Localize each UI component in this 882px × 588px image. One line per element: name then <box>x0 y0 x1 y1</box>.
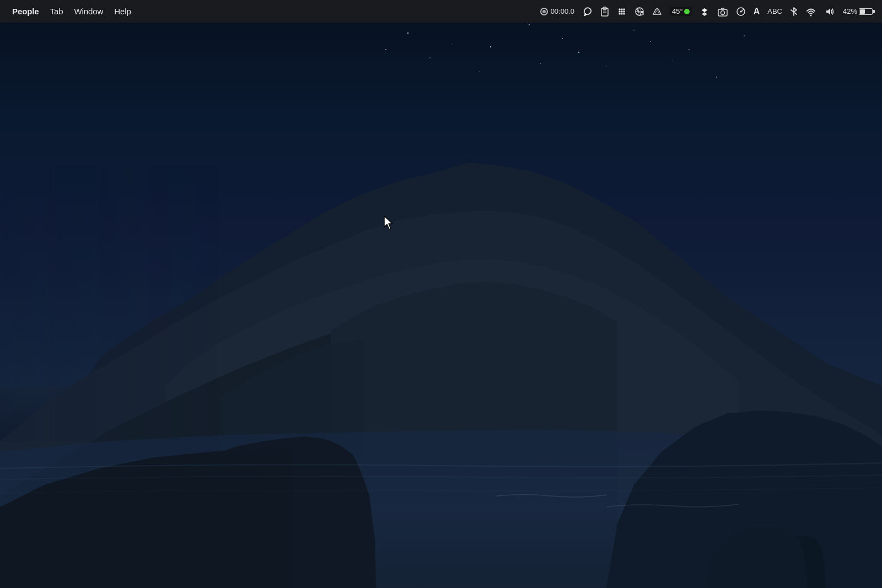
text-input-source-A[interactable]: A <box>751 6 763 18</box>
svg-point-25 <box>621 8 623 10</box>
svg-point-37 <box>720 10 724 14</box>
text-input-A-label: A <box>754 7 760 17</box>
battery-shape <box>859 8 873 15</box>
menubar: People Tab Window Help 00:00.0 <box>0 0 882 23</box>
menubar-right: 00:00.0 <box>537 6 875 18</box>
bluetooth-icon[interactable] <box>787 6 800 18</box>
dropbox-icon[interactable] <box>697 6 712 18</box>
record-dot-inner <box>542 10 546 13</box>
wifi-icon[interactable] <box>803 6 819 18</box>
svg-point-32 <box>623 13 625 15</box>
svg-point-31 <box>621 13 623 15</box>
svg-point-26 <box>623 8 625 10</box>
temperature-indicator[interactable]: 45° <box>667 6 695 17</box>
battery-icon-container <box>859 8 873 15</box>
temp-badge: 45° <box>670 7 692 16</box>
vpn-lock-icon[interactable] <box>632 6 647 18</box>
svg-point-24 <box>619 8 621 10</box>
screen-recording-indicator[interactable]: 00:00.0 <box>537 6 578 17</box>
radar-icon[interactable] <box>733 6 749 18</box>
temp-dot-icon <box>684 9 690 14</box>
battery-percent-label: 42% <box>843 7 857 15</box>
clipboard-icon[interactable] <box>598 6 612 18</box>
record-dot-icon <box>540 8 548 15</box>
text-input-source-ABC[interactable]: ABC <box>765 6 785 17</box>
menubar-left: People Tab Window Help <box>7 4 137 18</box>
time-machine-icon[interactable] <box>649 6 665 18</box>
apps-grid-icon[interactable] <box>614 6 630 18</box>
svg-point-29 <box>623 10 625 13</box>
menu-tab[interactable]: Tab <box>45 4 69 18</box>
svg-rect-35 <box>641 13 643 15</box>
svg-point-28 <box>621 10 623 13</box>
menu-people[interactable]: People <box>7 4 45 18</box>
desktop <box>0 0 882 588</box>
volume-icon[interactable] <box>821 6 838 18</box>
svg-rect-19 <box>0 165 220 441</box>
text-input-ABC-label: ABC <box>767 7 782 15</box>
selection-tool-icon[interactable] <box>580 6 595 18</box>
svg-point-27 <box>619 10 621 13</box>
menu-help[interactable]: Help <box>109 4 136 18</box>
temperature-value: 45° <box>672 7 683 15</box>
menu-window[interactable]: Window <box>68 4 109 18</box>
battery-indicator[interactable]: 42% <box>840 6 875 17</box>
battery-fill <box>860 9 865 14</box>
screenshot-camera-icon[interactable] <box>714 6 731 18</box>
recording-timer: 00:00.0 <box>551 7 574 15</box>
svg-point-40 <box>810 14 811 16</box>
svg-point-30 <box>619 13 621 15</box>
